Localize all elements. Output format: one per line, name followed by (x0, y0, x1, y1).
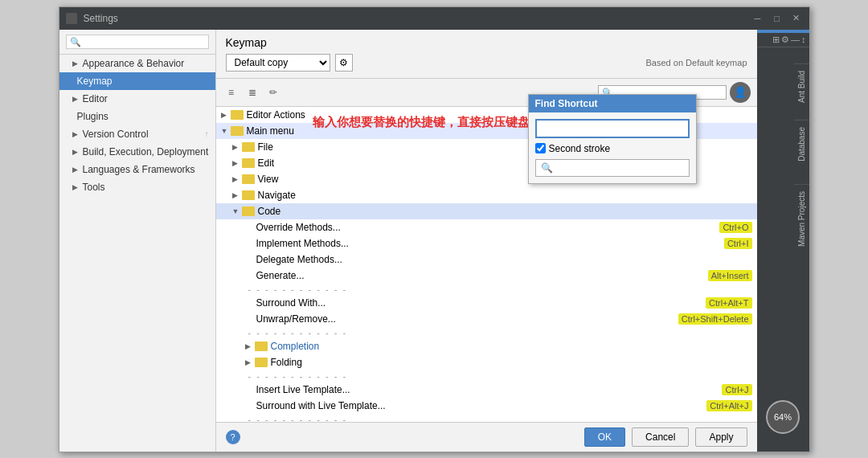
help-button[interactable]: ? (226, 430, 240, 444)
separator2: - - - - - - - - - - - - (216, 327, 757, 338)
folder-icon (242, 190, 255, 200)
folder-icon (231, 126, 244, 136)
tree-item-generate[interactable]: Generate... Alt+Insert (216, 268, 757, 284)
folder-icon (242, 142, 255, 152)
expand-arrow: ▶ (72, 95, 78, 103)
find-shortcut-search-input[interactable] (535, 159, 690, 177)
keymap-based-on: Based on Default keymap (646, 58, 747, 67)
shortcut-badge: Ctrl+Alt+T (706, 297, 752, 309)
expand-arrow-icon: ▼ (232, 207, 242, 215)
sidebar-item-appearance[interactable]: ▶ Appearance & Behavior (59, 55, 215, 72)
expand-arrow: ▶ (72, 183, 78, 191)
find-shortcut-button[interactable]: 👤 (730, 82, 751, 103)
item-label: Unwrap/Remove... (256, 313, 678, 325)
ok-button[interactable]: OK (584, 427, 625, 447)
folder-icon (231, 110, 244, 120)
shortcut-area: Ctrl+I (724, 238, 752, 249)
right-btn4[interactable]: ↕ (801, 35, 806, 45)
shortcut-area: Alt+Insert (708, 270, 752, 281)
tree-item-surround-live[interactable]: Surround with Live Template... Ctrl+Alt+… (216, 398, 757, 414)
sidebar-item-build[interactable]: ▶ Build, Execution, Deployment (59, 143, 215, 161)
keymap-title: Keymap (226, 36, 747, 49)
keymap-select[interactable]: Default copy (226, 54, 330, 72)
right-panel-ant[interactable]: Ant Build (794, 63, 809, 109)
tree-item-override[interactable]: Override Methods... Ctrl+O (216, 219, 757, 235)
right-btn3[interactable]: — (791, 35, 800, 45)
sidebar-item-tools[interactable]: ▶ Tools (59, 178, 215, 196)
tree-item-unwrap[interactable]: Unwrap/Remove... Ctrl+Shift+Delete (216, 311, 757, 327)
sidebar-search-input[interactable] (66, 35, 209, 49)
expand-arrow-icon: ▶ (232, 159, 242, 167)
right-panels: ⊞ ⚙ — ↕ Ant Build Database Maven Project… (757, 30, 809, 452)
expand-arrow-icon: ▼ (221, 127, 231, 135)
item-label: Implement Methods... (256, 238, 724, 249)
find-shortcut-input[interactable] (535, 119, 690, 138)
expand-arrow-icon: ▶ (232, 175, 242, 183)
tree-item-navigate[interactable]: ▶ Navigate (216, 187, 757, 203)
right-panel-maven[interactable]: Maven Projects (794, 184, 809, 253)
item-label: Insert Live Template... (256, 384, 723, 395)
edit-button[interactable]: ✏ (264, 84, 282, 101)
collapse-all-button[interactable]: ≣ (244, 84, 261, 101)
find-shortcut-body: Second stroke (529, 112, 696, 183)
close-button[interactable]: ✕ (790, 12, 803, 25)
find-shortcut-popup: Find Shortcut Second stroke (528, 94, 697, 184)
tree-item-implement[interactable]: Implement Methods... Ctrl+I (216, 235, 757, 251)
expand-arrow: ▶ (72, 59, 78, 67)
sidebar-item-vcs[interactable]: ▶ Version Control ↑ (59, 125, 215, 143)
tree-item-delegate[interactable]: Delegate Methods... (216, 251, 757, 268)
right-btn2[interactable]: ⚙ (781, 35, 789, 45)
sidebar-item-plugins[interactable]: Plugins (59, 108, 215, 125)
second-stroke-label: Second stroke (549, 143, 611, 154)
tree-item-surround[interactable]: Surround With... Ctrl+Alt+T (216, 295, 757, 311)
shortcut-badge: Ctrl+Shift+Delete (678, 313, 752, 325)
shortcut-area: Ctrl+Shift+Delete (678, 313, 752, 325)
item-label: Override Methods... (256, 222, 720, 233)
tree-item-completion[interactable]: ▶ Completion (216, 338, 757, 354)
shortcut-area: Ctrl+O (719, 222, 751, 233)
tree-item-insert-live[interactable]: Insert Live Template... Ctrl+J (216, 382, 757, 398)
shortcut-badge: Ctrl+J (722, 384, 751, 395)
sidebar-search[interactable] (59, 30, 215, 55)
folder-icon (242, 174, 255, 184)
keymap-header: Keymap Default copy ⚙ Based on Default k… (216, 30, 757, 79)
minimize-button[interactable]: ─ (751, 12, 764, 25)
sidebar-item-languages[interactable]: ▶ Languages & Frameworks (59, 161, 215, 178)
sidebar-item-editor[interactable]: ▶ Editor (59, 90, 215, 108)
sidebar-item-label: Tools (83, 182, 105, 193)
expand-all-button[interactable]: ≡ (223, 84, 240, 101)
folder-icon (255, 341, 268, 351)
expand-arrow-icon: ▶ (245, 358, 255, 366)
right-btn1[interactable]: ⊞ (772, 35, 780, 45)
tree-item-code[interactable]: ▼ Code (216, 203, 757, 219)
tree-item-label: Folding (271, 357, 752, 368)
tree-item-label: Code (258, 206, 752, 217)
folder-icon (242, 158, 255, 168)
maximize-button[interactable]: □ (771, 12, 784, 25)
sidebar-item-label: Keymap (77, 76, 113, 87)
sidebar: ▶ Appearance & Behavior Keymap ▶ Editor … (59, 30, 216, 452)
item-label: Surround with Live Template... (256, 400, 707, 411)
right-panel-database[interactable]: Database (794, 120, 809, 168)
cancel-button[interactable]: Cancel (632, 427, 689, 447)
separator3: - - - - - - - - - - - - (216, 370, 757, 382)
tree-item-label: Completion (271, 341, 752, 352)
sidebar-item-label: Editor (83, 93, 108, 104)
vcs-badge: ↑ (205, 129, 209, 138)
second-stroke-checkbox-row: Second stroke (535, 143, 690, 154)
main-area: Keymap Default copy ⚙ Based on Default k… (216, 30, 757, 452)
find-shortcut-header: Find Shortcut (529, 95, 696, 112)
keymap-controls: Default copy ⚙ Based on Default keymap (226, 54, 747, 72)
second-stroke-checkbox[interactable] (535, 143, 546, 153)
bottom-bar: ? OK Cancel Apply (216, 422, 757, 452)
apply-button[interactable]: Apply (695, 427, 747, 447)
tree-item-folding[interactable]: ▶ Folding (216, 354, 757, 370)
right-content-area: Ant Build Database Maven Projects 64% (757, 47, 809, 452)
folder-icon (242, 207, 255, 216)
right-toolbar: ⊞ ⚙ — ↕ (757, 33, 809, 47)
keymap-gear-button[interactable]: ⚙ (335, 54, 353, 72)
sidebar-item-keymap[interactable]: Keymap (59, 72, 215, 90)
folder-icon (255, 358, 268, 367)
expand-arrow: ▶ (72, 166, 78, 174)
progress-text: 64% (773, 412, 791, 422)
